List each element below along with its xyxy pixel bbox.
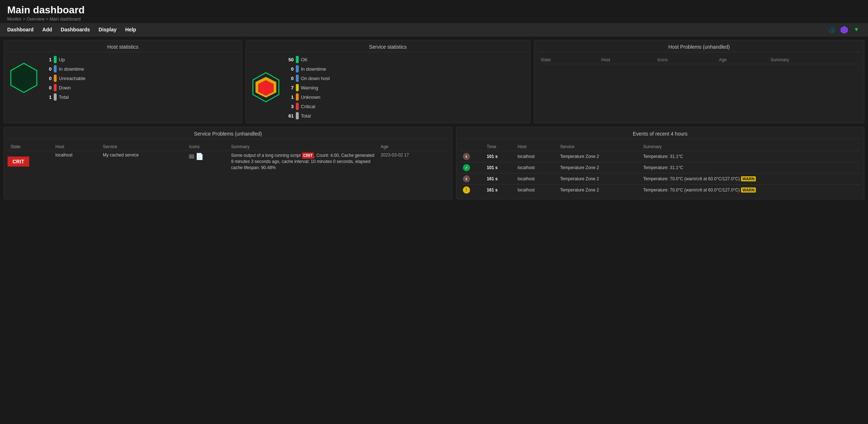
table-row: ! 161 s localhost Temperature Zone 2 Tem… <box>460 185 860 196</box>
ev-service-cell: Temperature Zone 2 <box>557 162 640 173</box>
hp-col-summary: Summary <box>768 56 860 64</box>
svc-stat-downtime: 0 In downtime <box>288 65 330 72</box>
host-stat-total: 1 Total <box>46 93 86 101</box>
hp-col-icons: Icons <box>654 56 716 64</box>
ev-col-time: Time <box>484 143 514 151</box>
host-problems-table: State Host Icons Age Summary <box>538 56 860 64</box>
host-stat-unreachable: 0 Unreachable <box>46 75 86 82</box>
service-problems-panel: Service Problems (unhandled) State Host … <box>4 127 452 199</box>
ev-service-cell: Temperature Zone 2 <box>557 173 640 185</box>
service-problems-title: Service Problems (unhandled) <box>8 131 448 139</box>
host-stats-title: Host statistics <box>8 44 238 52</box>
svc-stat-critical: 3 Critical <box>288 103 330 110</box>
moon-icon[interactable]: 🌑 <box>828 25 836 34</box>
main-content: Host statistics 1 Up 0 I <box>0 36 868 203</box>
ev-host-cell: localhost <box>515 185 557 196</box>
mute-icon: 🔇 <box>463 153 470 160</box>
nav-dashboard[interactable]: Dashboard <box>7 25 34 34</box>
svg-marker-1 <box>11 63 37 92</box>
sp-col-age: Age <box>378 143 448 151</box>
events-table: Time Host Service Summary 🔇 101 s localh… <box>460 143 860 195</box>
ev-service-cell: Temperature Zone 2 <box>557 185 640 196</box>
nav-display[interactable]: Display <box>98 25 117 34</box>
service-stats-inner: 50 OK 0 In downtime 0 On down host <box>250 56 526 119</box>
ev-col-icon <box>460 143 484 151</box>
sp-col-state: State <box>8 143 52 151</box>
table-row: CRIT localhost My cached service 📄 <box>8 151 448 172</box>
svc-stat-ondownhost: 0 On down host <box>288 75 330 82</box>
hp-col-age: Age <box>716 56 768 64</box>
sp-col-service: Service <box>100 143 186 151</box>
events-title: Events of recent 4 hours <box>460 131 860 139</box>
ev-col-summary: Summary <box>640 143 860 151</box>
host-stats-panel: Host statistics 1 Up 0 I <box>4 40 242 123</box>
svg-marker-0 <box>841 26 847 34</box>
table-row: 🔇 161 s localhost Temperature Zone 2 Tem… <box>460 173 860 185</box>
service-stats-list: 50 OK 0 In downtime 0 On down host <box>288 56 330 119</box>
ev-time-cell: 101 s <box>484 162 514 173</box>
host-stat-downtime: 0 In downtime <box>46 65 86 72</box>
ev-summary-cell: Temperature: 31.1°C <box>640 162 860 173</box>
ev-summary-cell: Temperature: 70.0°C (warn/crit at 60.0°C… <box>640 173 860 185</box>
service-problems-table: State Host Service Icons Summary Age CRI… <box>8 143 448 172</box>
host-problems-title: Host Problems (unhandled) <box>538 44 860 52</box>
host-stats-inner: 1 Up 0 In downtime 0 Unreachable <box>8 56 238 101</box>
sp-col-host: Host <box>52 143 100 151</box>
page-title: Main dashboard <box>7 4 861 16</box>
ev-host-cell: localhost <box>515 151 557 162</box>
bottom-panels: Service Problems (unhandled) State Host … <box>4 127 864 199</box>
nav-icons: 🌑 ▼ <box>828 25 861 34</box>
nav-bar: Dashboard Add Dashboards Display Help 🌑 … <box>0 23 868 36</box>
note-icon[interactable]: 📄 <box>196 153 203 160</box>
ev-host-cell: localhost <box>515 173 557 185</box>
service-stats-panel: Service statistics 50 OK <box>246 40 530 123</box>
svc-stat-unknown: 1 Unknown <box>288 93 330 101</box>
purple-hex-icon[interactable] <box>840 25 849 34</box>
ev-icon-cell: 🔇 <box>460 151 484 162</box>
state-crit-cell: CRIT <box>8 156 29 167</box>
sp-col-summary: Summary <box>228 143 378 151</box>
service-stats-title: Service statistics <box>250 44 526 52</box>
hamburger-icon[interactable] <box>189 155 194 158</box>
sp-col-icons: Icons <box>186 143 228 151</box>
host-stat-down: 0 Down <box>46 84 86 91</box>
nav-add[interactable]: Add <box>42 25 52 34</box>
events-panel: Events of recent 4 hours Time Host Servi… <box>456 127 864 199</box>
service-hex <box>250 71 282 105</box>
svc-stat-total: 61 Total <box>288 112 330 119</box>
hp-col-host: Host <box>599 56 654 64</box>
ev-col-host: Host <box>515 143 557 151</box>
nav-dashboards[interactable]: Dashboards <box>61 25 90 34</box>
ev-time-cell: 161 s <box>484 185 514 196</box>
crit-badge: CRIT <box>302 153 314 159</box>
ev-icon-cell: 🔇 <box>460 173 484 185</box>
ok-icon: ✓ <box>463 164 470 171</box>
breadcrumb: Monitor > Overview > Main dashboard <box>7 17 861 22</box>
host-hex <box>8 62 40 95</box>
host-problems-panel: Host Problems (unhandled) State Host Ico… <box>534 40 864 123</box>
ev-summary-cell: Temperature: 70.0°C (warn/crit at 60.0°C… <box>640 185 860 196</box>
mute-icon: 🔇 <box>463 175 470 182</box>
hp-col-state: State <box>538 56 599 64</box>
top-header: Main dashboard Monitor > Overview > Main… <box>0 0 868 23</box>
ev-host-cell: localhost <box>515 162 557 173</box>
table-row: ✓ 101 s localhost Temperature Zone 2 Tem… <box>460 162 860 173</box>
sp-icons-cell[interactable]: 📄 <box>186 151 228 172</box>
warn-badge: WARN <box>741 176 756 181</box>
table-row: 🔇 101 s localhost Temperature Zone 2 Tem… <box>460 151 860 162</box>
host-stats-list: 1 Up 0 In downtime 0 Unreachable <box>46 56 86 101</box>
sp-host-cell: localhost <box>52 151 100 172</box>
ev-time-cell: 101 s <box>484 151 514 162</box>
warn-badge: WARN <box>741 187 756 193</box>
top-panels: Host statistics 1 Up 0 I <box>4 40 864 123</box>
warn-icon: ! <box>463 186 470 194</box>
filter-icon[interactable]: ▼ <box>852 25 861 34</box>
sp-age-cell: 2023-03-02 17 <box>378 151 448 172</box>
host-stat-up: 1 Up <box>46 56 86 63</box>
nav-help[interactable]: Help <box>125 25 136 34</box>
svc-stat-ok: 50 OK <box>288 56 330 63</box>
ev-time-cell: 161 s <box>484 173 514 185</box>
ev-service-cell: Temperature Zone 2 <box>557 151 640 162</box>
svc-stat-warning: 7 Warning <box>288 84 330 91</box>
ev-summary-cell: Temperature: 31.1°C <box>640 151 860 162</box>
